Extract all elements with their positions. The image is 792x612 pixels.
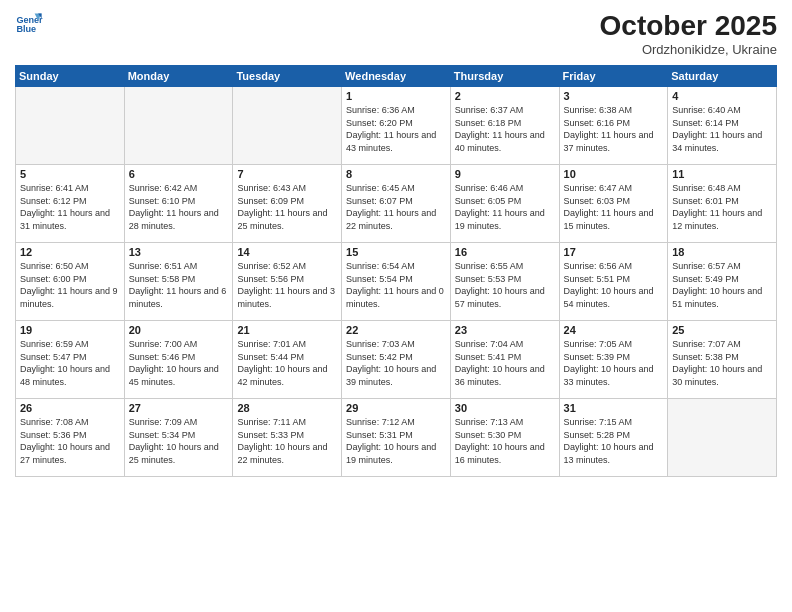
day-number: 7: [237, 168, 337, 180]
day-number: 28: [237, 402, 337, 414]
day-info: Sunrise: 6:38 AMSunset: 6:16 PMDaylight:…: [564, 104, 664, 154]
day-number: 10: [564, 168, 664, 180]
calendar-day-cell: 7Sunrise: 6:43 AMSunset: 6:09 PMDaylight…: [233, 165, 342, 243]
day-info: Sunrise: 7:09 AMSunset: 5:34 PMDaylight:…: [129, 416, 229, 466]
day-info: Sunrise: 6:57 AMSunset: 5:49 PMDaylight:…: [672, 260, 772, 310]
day-number: 18: [672, 246, 772, 258]
day-info: Sunrise: 7:11 AMSunset: 5:33 PMDaylight:…: [237, 416, 337, 466]
calendar-day-cell: 20Sunrise: 7:00 AMSunset: 5:46 PMDayligh…: [124, 321, 233, 399]
calendar-week-row: 12Sunrise: 6:50 AMSunset: 6:00 PMDayligh…: [16, 243, 777, 321]
day-number: 22: [346, 324, 446, 336]
calendar: Sunday Monday Tuesday Wednesday Thursday…: [15, 65, 777, 477]
calendar-day-cell: 6Sunrise: 6:42 AMSunset: 6:10 PMDaylight…: [124, 165, 233, 243]
day-info: Sunrise: 6:50 AMSunset: 6:00 PMDaylight:…: [20, 260, 120, 310]
day-info: Sunrise: 7:07 AMSunset: 5:38 PMDaylight:…: [672, 338, 772, 388]
calendar-day-cell: 10Sunrise: 6:47 AMSunset: 6:03 PMDayligh…: [559, 165, 668, 243]
calendar-week-row: 5Sunrise: 6:41 AMSunset: 6:12 PMDaylight…: [16, 165, 777, 243]
day-info: Sunrise: 6:55 AMSunset: 5:53 PMDaylight:…: [455, 260, 555, 310]
calendar-day-cell: 23Sunrise: 7:04 AMSunset: 5:41 PMDayligh…: [450, 321, 559, 399]
day-number: 19: [20, 324, 120, 336]
calendar-day-cell: 17Sunrise: 6:56 AMSunset: 5:51 PMDayligh…: [559, 243, 668, 321]
day-number: 9: [455, 168, 555, 180]
day-info: Sunrise: 6:42 AMSunset: 6:10 PMDaylight:…: [129, 182, 229, 232]
day-info: Sunrise: 7:12 AMSunset: 5:31 PMDaylight:…: [346, 416, 446, 466]
day-number: 26: [20, 402, 120, 414]
day-number: 21: [237, 324, 337, 336]
day-info: Sunrise: 7:08 AMSunset: 5:36 PMDaylight:…: [20, 416, 120, 466]
day-info: Sunrise: 6:43 AMSunset: 6:09 PMDaylight:…: [237, 182, 337, 232]
day-info: Sunrise: 7:01 AMSunset: 5:44 PMDaylight:…: [237, 338, 337, 388]
header-friday: Friday: [559, 66, 668, 87]
calendar-day-cell: 12Sunrise: 6:50 AMSunset: 6:00 PMDayligh…: [16, 243, 125, 321]
day-number: 23: [455, 324, 555, 336]
day-number: 30: [455, 402, 555, 414]
calendar-day-cell: 19Sunrise: 6:59 AMSunset: 5:47 PMDayligh…: [16, 321, 125, 399]
day-number: 3: [564, 90, 664, 102]
calendar-week-row: 19Sunrise: 6:59 AMSunset: 5:47 PMDayligh…: [16, 321, 777, 399]
calendar-day-cell: 28Sunrise: 7:11 AMSunset: 5:33 PMDayligh…: [233, 399, 342, 477]
header-saturday: Saturday: [668, 66, 777, 87]
day-info: Sunrise: 6:36 AMSunset: 6:20 PMDaylight:…: [346, 104, 446, 154]
day-number: 31: [564, 402, 664, 414]
header-wednesday: Wednesday: [342, 66, 451, 87]
svg-text:Blue: Blue: [16, 24, 36, 34]
day-number: 2: [455, 90, 555, 102]
day-info: Sunrise: 6:54 AMSunset: 5:54 PMDaylight:…: [346, 260, 446, 310]
calendar-day-cell: 5Sunrise: 6:41 AMSunset: 6:12 PMDaylight…: [16, 165, 125, 243]
day-info: Sunrise: 6:37 AMSunset: 6:18 PMDaylight:…: [455, 104, 555, 154]
day-number: 24: [564, 324, 664, 336]
day-number: 27: [129, 402, 229, 414]
title-area: October 2025 Ordzhonikidze, Ukraine: [600, 10, 777, 57]
calendar-day-cell: 3Sunrise: 6:38 AMSunset: 6:16 PMDaylight…: [559, 87, 668, 165]
calendar-day-cell: 22Sunrise: 7:03 AMSunset: 5:42 PMDayligh…: [342, 321, 451, 399]
header-sunday: Sunday: [16, 66, 125, 87]
calendar-day-cell: 24Sunrise: 7:05 AMSunset: 5:39 PMDayligh…: [559, 321, 668, 399]
calendar-day-cell: 27Sunrise: 7:09 AMSunset: 5:34 PMDayligh…: [124, 399, 233, 477]
calendar-day-cell: 31Sunrise: 7:15 AMSunset: 5:28 PMDayligh…: [559, 399, 668, 477]
day-number: 11: [672, 168, 772, 180]
day-info: Sunrise: 7:00 AMSunset: 5:46 PMDaylight:…: [129, 338, 229, 388]
day-number: 29: [346, 402, 446, 414]
day-info: Sunrise: 6:41 AMSunset: 6:12 PMDaylight:…: [20, 182, 120, 232]
day-info: Sunrise: 7:04 AMSunset: 5:41 PMDaylight:…: [455, 338, 555, 388]
calendar-week-row: 1Sunrise: 6:36 AMSunset: 6:20 PMDaylight…: [16, 87, 777, 165]
calendar-day-cell: 25Sunrise: 7:07 AMSunset: 5:38 PMDayligh…: [668, 321, 777, 399]
day-info: Sunrise: 7:03 AMSunset: 5:42 PMDaylight:…: [346, 338, 446, 388]
day-number: 25: [672, 324, 772, 336]
calendar-day-cell: [668, 399, 777, 477]
day-number: 12: [20, 246, 120, 258]
weekday-header-row: Sunday Monday Tuesday Wednesday Thursday…: [16, 66, 777, 87]
day-number: 6: [129, 168, 229, 180]
logo-icon: General Blue: [15, 10, 43, 38]
calendar-day-cell: 11Sunrise: 6:48 AMSunset: 6:01 PMDayligh…: [668, 165, 777, 243]
day-info: Sunrise: 6:59 AMSunset: 5:47 PMDaylight:…: [20, 338, 120, 388]
day-number: 20: [129, 324, 229, 336]
day-number: 15: [346, 246, 446, 258]
calendar-day-cell: 2Sunrise: 6:37 AMSunset: 6:18 PMDaylight…: [450, 87, 559, 165]
day-number: 5: [20, 168, 120, 180]
calendar-day-cell: 16Sunrise: 6:55 AMSunset: 5:53 PMDayligh…: [450, 243, 559, 321]
calendar-day-cell: 14Sunrise: 6:52 AMSunset: 5:56 PMDayligh…: [233, 243, 342, 321]
day-number: 8: [346, 168, 446, 180]
day-number: 13: [129, 246, 229, 258]
calendar-day-cell: 13Sunrise: 6:51 AMSunset: 5:58 PMDayligh…: [124, 243, 233, 321]
calendar-day-cell: 30Sunrise: 7:13 AMSunset: 5:30 PMDayligh…: [450, 399, 559, 477]
location: Ordzhonikidze, Ukraine: [600, 42, 777, 57]
calendar-day-cell: 18Sunrise: 6:57 AMSunset: 5:49 PMDayligh…: [668, 243, 777, 321]
calendar-day-cell: 29Sunrise: 7:12 AMSunset: 5:31 PMDayligh…: [342, 399, 451, 477]
day-info: Sunrise: 6:46 AMSunset: 6:05 PMDaylight:…: [455, 182, 555, 232]
page: General Blue October 2025 Ordzhonikidze,…: [0, 0, 792, 612]
header: General Blue October 2025 Ordzhonikidze,…: [15, 10, 777, 57]
day-number: 16: [455, 246, 555, 258]
calendar-day-cell: 15Sunrise: 6:54 AMSunset: 5:54 PMDayligh…: [342, 243, 451, 321]
day-info: Sunrise: 6:51 AMSunset: 5:58 PMDaylight:…: [129, 260, 229, 310]
logo: General Blue: [15, 10, 43, 38]
day-info: Sunrise: 6:56 AMSunset: 5:51 PMDaylight:…: [564, 260, 664, 310]
header-monday: Monday: [124, 66, 233, 87]
month-title: October 2025: [600, 10, 777, 42]
calendar-day-cell: 1Sunrise: 6:36 AMSunset: 6:20 PMDaylight…: [342, 87, 451, 165]
day-info: Sunrise: 6:40 AMSunset: 6:14 PMDaylight:…: [672, 104, 772, 154]
calendar-week-row: 26Sunrise: 7:08 AMSunset: 5:36 PMDayligh…: [16, 399, 777, 477]
day-info: Sunrise: 6:48 AMSunset: 6:01 PMDaylight:…: [672, 182, 772, 232]
day-info: Sunrise: 7:15 AMSunset: 5:28 PMDaylight:…: [564, 416, 664, 466]
